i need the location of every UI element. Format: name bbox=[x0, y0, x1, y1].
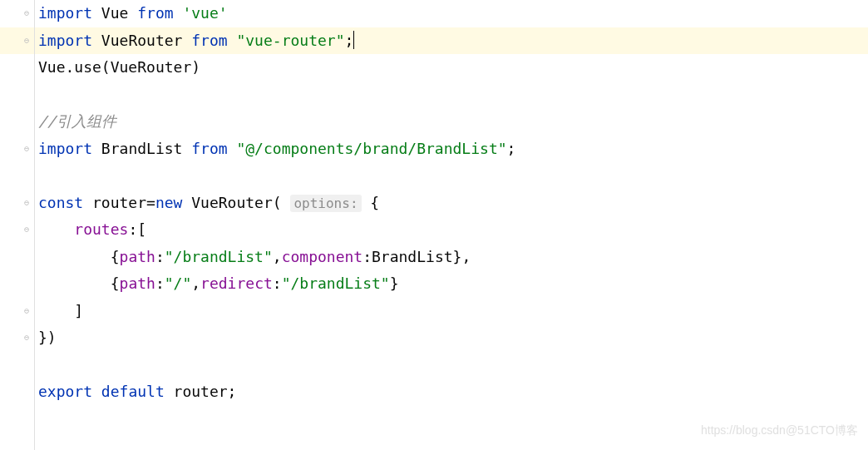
code-line[interactable] bbox=[35, 82, 868, 109]
property: routes bbox=[74, 220, 128, 238]
editor-gutter: ⊖ ⊖ ⊖ ⊖ ⊖ ⊖ ⊖ bbox=[0, 0, 35, 450]
gutter-line: ⊖ bbox=[0, 136, 34, 163]
fold-marker-icon[interactable]: ⊖ bbox=[24, 225, 32, 234]
code-line[interactable]: }) bbox=[35, 324, 868, 352]
fold-marker-icon[interactable]: ⊖ bbox=[24, 334, 32, 342]
code-line[interactable]: import Vue from 'vue' bbox=[35, 0, 868, 27]
code-line[interactable] bbox=[35, 406, 868, 433]
keyword: from bbox=[191, 140, 227, 157]
punct: , bbox=[273, 248, 282, 265]
code-line[interactable]: import BrandList from "@/components/bran… bbox=[35, 136, 868, 163]
code-line[interactable]: {path:"/",redirect:"/brandList"} bbox=[35, 270, 868, 298]
string: "/brandList" bbox=[282, 274, 390, 292]
gutter-line bbox=[0, 378, 34, 406]
gutter-line bbox=[0, 270, 34, 298]
keyword: default bbox=[92, 383, 165, 400]
gutter-line bbox=[0, 82, 34, 109]
gutter-line bbox=[0, 162, 34, 190]
code-text: Vue.use(VueRouter) bbox=[38, 58, 200, 76]
keyword: import bbox=[38, 32, 92, 49]
fold-marker-icon[interactable]: ⊖ bbox=[24, 307, 32, 315]
code-line-active[interactable]: import VueRouter from "vue-router"; bbox=[35, 27, 868, 55]
keyword: from bbox=[191, 32, 227, 49]
identifier: BrandList bbox=[92, 140, 191, 157]
punct: : bbox=[155, 274, 165, 292]
gutter-line bbox=[0, 244, 34, 271]
keyword: from bbox=[137, 4, 173, 22]
gutter-line bbox=[0, 54, 34, 82]
identifier: Vue bbox=[92, 4, 137, 22]
code-text: ] bbox=[38, 302, 83, 319]
fold-marker-icon[interactable]: ⊖ bbox=[24, 199, 32, 207]
punct: , bbox=[191, 274, 200, 292]
string: "@/components/brand/BrandList" bbox=[228, 140, 507, 157]
punct: ; bbox=[345, 32, 354, 49]
comment: //引入组件 bbox=[38, 112, 116, 130]
gutter-line bbox=[0, 406, 34, 433]
identifier: VueRouter bbox=[92, 32, 191, 49]
code-text: }) bbox=[38, 329, 57, 346]
fold-marker-icon[interactable]: ⊖ bbox=[24, 145, 32, 153]
punct: :[ bbox=[128, 220, 146, 238]
indent: { bbox=[38, 274, 120, 292]
code-editor[interactable]: ⊖ ⊖ ⊖ ⊖ ⊖ ⊖ ⊖ import Vue from 'vue' impo… bbox=[0, 0, 868, 450]
code-line[interactable]: export default router; bbox=[35, 378, 868, 406]
identifier: VueRouter( bbox=[182, 194, 290, 211]
punct: ; bbox=[507, 140, 516, 157]
indent: { bbox=[38, 248, 120, 265]
punct: :BrandList}, bbox=[362, 248, 471, 265]
indent bbox=[38, 220, 74, 238]
code-line[interactable]: Vue.use(VueRouter) bbox=[35, 54, 868, 82]
code-line[interactable] bbox=[35, 162, 868, 190]
keyword: new bbox=[155, 194, 183, 211]
code-line[interactable]: //引入组件 bbox=[35, 108, 868, 136]
property: path bbox=[120, 274, 155, 292]
gutter-line: ⊖ bbox=[0, 298, 34, 325]
parameter-hint: options: bbox=[290, 195, 361, 212]
gutter-line: ⊖ bbox=[0, 216, 34, 244]
punct: { bbox=[362, 194, 380, 211]
string: "vue-router" bbox=[228, 32, 345, 49]
string: "/" bbox=[165, 274, 192, 292]
code-line[interactable]: {path:"/brandList",component:BrandList}, bbox=[35, 244, 868, 271]
punct: : bbox=[273, 274, 282, 292]
keyword: import bbox=[38, 140, 92, 157]
code-line[interactable]: const router=new VueRouter( options: { bbox=[35, 190, 868, 217]
identifier: router= bbox=[83, 194, 155, 211]
string: "/brandList" bbox=[165, 248, 273, 265]
punct: } bbox=[390, 274, 399, 292]
gutter-line: ⊖ bbox=[0, 0, 34, 27]
punct: : bbox=[155, 248, 165, 265]
code-line[interactable] bbox=[35, 352, 868, 379]
code-line[interactable]: ] bbox=[35, 298, 868, 325]
code-line[interactable]: routes:[ bbox=[35, 216, 868, 244]
string: 'vue' bbox=[174, 4, 228, 22]
fold-marker-icon[interactable]: ⊖ bbox=[24, 37, 32, 45]
text-cursor bbox=[353, 31, 354, 49]
keyword: const bbox=[38, 194, 83, 211]
gutter-line bbox=[0, 352, 34, 379]
identifier: router; bbox=[165, 383, 237, 400]
property: redirect bbox=[200, 274, 273, 292]
keyword: export bbox=[38, 383, 92, 400]
property: path bbox=[120, 248, 155, 265]
fold-marker-icon[interactable]: ⊖ bbox=[24, 9, 32, 17]
code-area[interactable]: import Vue from 'vue' import VueRouter f… bbox=[35, 0, 868, 450]
keyword: import bbox=[38, 4, 92, 22]
property: component bbox=[282, 248, 363, 265]
gutter-line: ⊖ bbox=[0, 27, 34, 55]
gutter-line: ⊖ bbox=[0, 190, 34, 217]
gutter-line: ⊖ bbox=[0, 324, 34, 352]
gutter-line bbox=[0, 108, 34, 136]
